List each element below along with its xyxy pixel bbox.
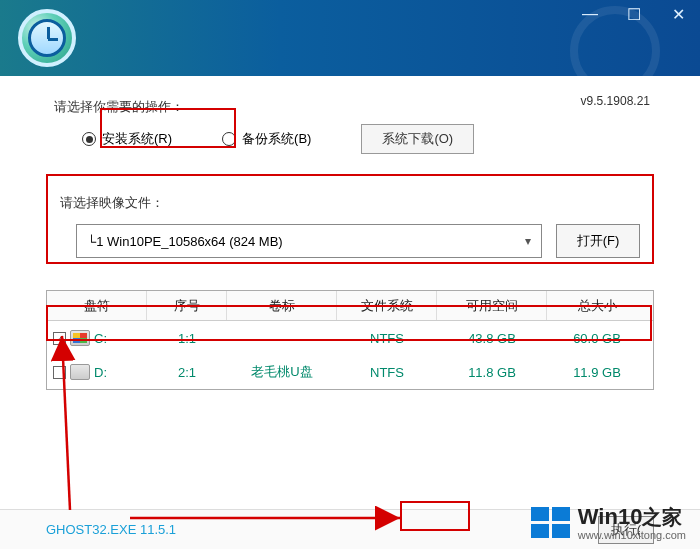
image-prompt: 请选择映像文件： [60, 194, 640, 212]
minimize-button[interactable]: — [568, 0, 612, 28]
app-logo [18, 9, 76, 67]
radio-install-label: 安装系统(R) [102, 130, 172, 148]
radio-icon [222, 132, 236, 146]
image-selected: └1 Win10PE_10586x64 (824 MB) [87, 234, 283, 249]
cell-free: 43.8 GB [437, 331, 547, 346]
close-button[interactable]: ✕ [656, 0, 700, 28]
checkbox-icon[interactable] [53, 366, 66, 379]
drive-windows-icon [70, 330, 90, 346]
cell-index: 2:1 [147, 365, 227, 380]
download-button[interactable]: 系统下载(O) [361, 124, 474, 154]
checkbox-icon[interactable]: ✓ [53, 332, 66, 345]
operation-radio-group: 安装系统(R) 备份系统(B) [82, 130, 311, 148]
cell-free: 11.8 GB [437, 365, 547, 380]
th-total: 总大小 [547, 291, 647, 320]
drive-table: 盘符 序号 卷标 文件系统 可用空间 总大小 ✓ C: 1:1 NTFS 43.… [46, 290, 654, 390]
table-row[interactable]: ✓ C: 1:1 NTFS 43.8 GB 60.0 GB [47, 321, 653, 355]
th-index: 序号 [147, 291, 227, 320]
th-label: 卷标 [227, 291, 337, 320]
image-section: 请选择映像文件： └1 Win10PE_10586x64 (824 MB) ▾ … [46, 178, 654, 278]
chevron-down-icon: ▾ [525, 234, 531, 248]
operation-row: 请选择你需要的操作： [46, 98, 654, 116]
cell-drive: C: [94, 331, 107, 346]
maximize-button[interactable]: ☐ [612, 0, 656, 28]
table-row[interactable]: D: 2:1 老毛桃U盘 NTFS 11.8 GB 11.9 GB [47, 355, 653, 389]
cell-label: 老毛桃U盘 [227, 363, 337, 381]
cell-drive: D: [94, 365, 107, 380]
cell-fs: NTFS [337, 365, 437, 380]
cell-total: 60.0 GB [547, 331, 647, 346]
version-label: v9.5.1908.21 [581, 94, 650, 108]
radio-install[interactable]: 安装系统(R) [82, 130, 172, 148]
radio-backup-label: 备份系统(B) [242, 130, 311, 148]
content-area: v9.5.1908.21 请选择你需要的操作： 安装系统(R) 备份系统(B) … [0, 76, 700, 390]
cell-total: 11.9 GB [547, 365, 647, 380]
th-drive: 盘符 [47, 291, 147, 320]
operation-prompt: 请选择你需要的操作： [54, 98, 184, 116]
titlebar: — ☐ ✕ [0, 0, 700, 76]
ghost-version: GHOST32.EXE 11.5.1 [46, 522, 176, 537]
open-button-label: 打开(F) [577, 232, 620, 250]
th-fs: 文件系统 [337, 291, 437, 320]
open-button[interactable]: 打开(F) [556, 224, 640, 258]
execute-button[interactable]: 执行( [598, 516, 654, 544]
th-free: 可用空间 [437, 291, 547, 320]
drive-hdd-icon [70, 364, 90, 380]
cell-index: 1:1 [147, 331, 227, 346]
radio-backup[interactable]: 备份系统(B) [222, 130, 311, 148]
table-header: 盘符 序号 卷标 文件系统 可用空间 总大小 [47, 291, 653, 321]
footer: GHOST32.EXE 11.5.1 执行( [0, 509, 700, 549]
cell-fs: NTFS [337, 331, 437, 346]
radio-icon [82, 132, 96, 146]
image-combobox[interactable]: └1 Win10PE_10586x64 (824 MB) ▾ [76, 224, 542, 258]
window-controls: — ☐ ✕ [568, 0, 700, 28]
